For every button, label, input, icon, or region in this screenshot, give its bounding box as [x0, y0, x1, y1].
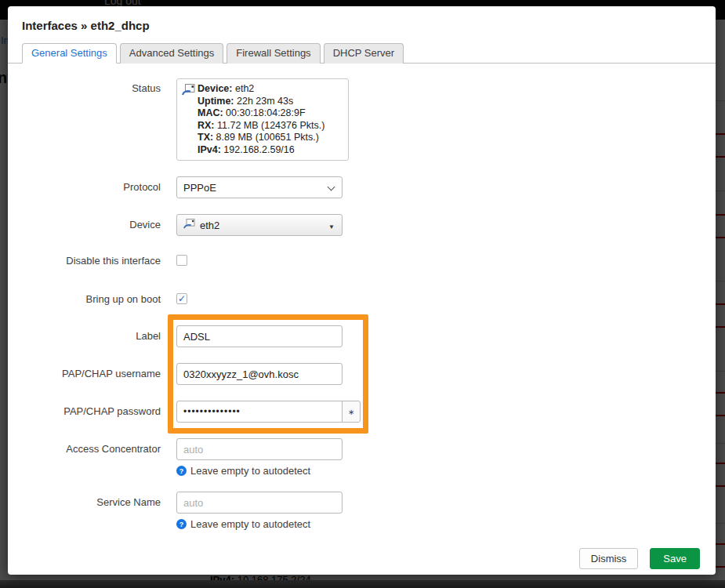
- service-name-label: Service Name: [22, 492, 161, 530]
- hint-text: Leave empty to autodetect: [190, 518, 310, 530]
- general-settings-form: Status Device: eth2 Uptime: 22h 23m 43s …: [8, 64, 716, 530]
- bring-up-on-boot-label: Bring up on boot: [22, 293, 161, 305]
- asterisk-icon: ∗: [348, 408, 354, 416]
- dismiss-button[interactable]: Dismiss: [579, 548, 639, 569]
- access-concentrator-input[interactable]: [176, 438, 343, 460]
- pap-chap-password-input[interactable]: [176, 401, 343, 423]
- tab-general-settings[interactable]: General Settings: [22, 43, 117, 64]
- pap-chap-username-label: PAP/CHAP username: [22, 363, 161, 385]
- device-selected-value: eth2: [200, 220, 219, 231]
- status-label: Status: [22, 78, 161, 161]
- label-input[interactable]: [176, 325, 343, 347]
- chevron-down-icon: [328, 183, 335, 191]
- save-button[interactable]: Save: [650, 548, 700, 569]
- dialog-title: Interfaces » eth2_dhcp: [8, 6, 716, 34]
- checkmark-icon: ✓: [178, 294, 186, 303]
- tab-firewall-settings[interactable]: Firewall Settings: [227, 43, 320, 64]
- highlighted-field-group: Label PAP/CHAP username PAP/CHAP passwor…: [8, 325, 716, 423]
- label-field-label: Label: [22, 325, 161, 347]
- disable-interface-checkbox[interactable]: [176, 255, 187, 266]
- access-concentrator-hint: ? Leave empty to autodetect: [176, 465, 716, 477]
- dropdown-arrow-icon: ▼: [328, 223, 335, 230]
- pap-chap-username-input[interactable]: [176, 363, 343, 385]
- pap-chap-password-label: PAP/CHAP password: [22, 401, 161, 423]
- hint-text: Leave empty to autodetect: [190, 465, 310, 477]
- tab-dhcp-server[interactable]: DHCP Server: [324, 43, 404, 64]
- interface-edit-dialog: Interfaces » eth2_dhcp General Settings …: [8, 6, 716, 575]
- ethernet-device-icon: [182, 83, 198, 99]
- interface-status-box: Device: eth2 Uptime: 22h 23m 43s MAC: 00…: [176, 78, 349, 161]
- access-concentrator-label: Access Concentrator: [22, 438, 161, 477]
- dialog-footer: Dismiss Save: [579, 548, 700, 569]
- tab-advanced-settings[interactable]: Advanced Settings: [120, 43, 223, 64]
- help-icon: ?: [176, 466, 187, 476]
- tab-bar: General Settings Advanced Settings Firew…: [8, 42, 716, 64]
- bring-up-on-boot-checkbox[interactable]: ✓: [176, 293, 187, 304]
- ethernet-device-icon: [183, 219, 195, 231]
- protocol-selected-value: PPPoE: [183, 182, 216, 194]
- service-name-input[interactable]: [176, 492, 343, 514]
- disable-interface-label: Disable this interface: [22, 255, 161, 267]
- device-select[interactable]: eth2 ▼: [176, 214, 343, 236]
- help-icon: ?: [176, 519, 187, 529]
- service-name-hint: ? Leave empty to autodetect: [176, 518, 716, 530]
- password-reveal-button[interactable]: ∗: [342, 401, 361, 423]
- protocol-select[interactable]: PPPoE: [176, 176, 343, 198]
- status-lines: Device: eth2 Uptime: 22h 23m 43s MAC: 00…: [198, 83, 324, 156]
- protocol-label: Protocol: [22, 176, 161, 198]
- device-label: Device: [22, 214, 161, 236]
